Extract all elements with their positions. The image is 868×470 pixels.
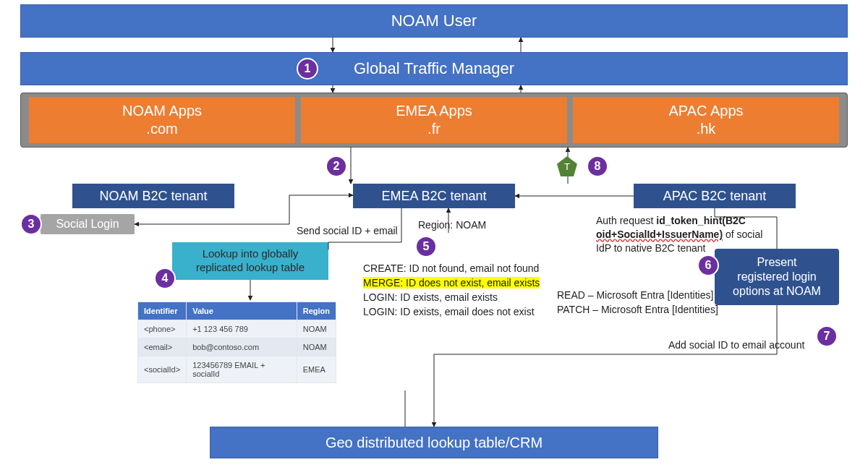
apac-b2c-tenant-box: APAC B2C tenant <box>634 184 796 208</box>
table-row: <phone> +1 123 456 789 NOAM <box>138 320 336 338</box>
lookup-replicated-table-box: Lookup into globally replicated lookup t… <box>172 242 328 280</box>
cell-email-region: NOAM <box>297 338 336 356</box>
emea-apps-line2: .fr <box>427 120 441 138</box>
label-merge-text: MERGE: ID does not exist, email exists <box>363 277 540 289</box>
present-line2: registered login <box>737 270 816 284</box>
emea-apps-line1: EMEA Apps <box>396 102 472 120</box>
badge-4: 4 <box>154 268 176 289</box>
apac-apps-line1: APAC Apps <box>668 102 743 120</box>
noam-apps-line2: .com <box>146 120 177 138</box>
noam-apps-line1: NOAM Apps <box>122 102 202 120</box>
label-region: Region: NOAM <box>418 218 486 232</box>
present-line3: options at NOAM <box>733 284 821 299</box>
label-login-1: LOGIN: ID exists, email exists <box>363 291 498 304</box>
label-create: CREATE: ID not found, email not found <box>363 262 539 275</box>
global-traffic-manager-box: Global Traffic Manager <box>20 52 848 85</box>
badge-2: 2 <box>326 155 347 177</box>
present-login-options-box: Present registered login options at NOAM <box>715 249 839 305</box>
auth-text-1a: Auth request <box>596 215 656 226</box>
noam-b2c-tenant-box: NOAM B2C tenant <box>72 184 234 208</box>
geo-distributed-lookup-box: Geo distributed lookup table/CRM <box>210 427 658 458</box>
cell-social-region: EMEA <box>297 356 336 383</box>
lookup-table: Identifier Value Region <phone> +1 123 4… <box>137 302 336 383</box>
cell-phone-id: <phone> <box>138 320 187 338</box>
lookup-th-identifier: Identifier <box>138 302 187 320</box>
lookup-line1: Lookup into globally <box>203 247 299 261</box>
label-auth-request: Auth request id_token_hint(B2C oid+Socia… <box>596 214 791 255</box>
pentagon-t: T <box>557 156 577 176</box>
present-line1: Present <box>757 255 796 270</box>
lookup-line2: replicated lookup table <box>196 261 305 275</box>
cell-phone-val: +1 123 456 789 <box>187 320 297 338</box>
lookup-th-region: Region <box>297 302 336 320</box>
label-login-2: LOGIN: ID exists, email does not exist <box>363 305 535 319</box>
label-send-social: Send social ID + email <box>297 224 398 238</box>
badge-6: 6 <box>697 255 719 276</box>
auth-text-2: oid+SocialId+IssuerName) <box>596 228 723 240</box>
auth-text-2tail: of social <box>723 228 762 240</box>
emea-apps-box: EMEA Apps .fr <box>301 97 567 143</box>
cell-email-id: <email> <box>138 338 187 356</box>
emea-b2c-tenant-box: EMEA B2C tenant <box>353 184 515 208</box>
cell-phone-region: NOAM <box>297 320 336 338</box>
table-row: <email> bob@contoso.com NOAM <box>138 338 336 356</box>
apac-apps-box: APAC Apps .hk <box>573 97 839 143</box>
noam-apps-box: NOAM Apps .com <box>29 97 295 143</box>
table-row: <socialId> 123456789 EMAIL + socialId EM… <box>138 356 336 383</box>
auth-text-3: IdP to native B2C tenant <box>596 242 706 254</box>
cell-social-id: <socialId> <box>138 356 187 383</box>
cell-social-val: 123456789 EMAIL + socialId <box>187 356 297 383</box>
label-patch: PATCH – Microsoft Entra [Identities] <box>557 303 718 317</box>
badge-5: 5 <box>415 236 437 257</box>
auth-text-1b: id_token_hint(B2C <box>656 215 746 226</box>
social-login-box: Social Login <box>41 214 135 234</box>
noam-user-box: NOAM User <box>20 4 848 38</box>
apac-apps-line2: .hk <box>697 120 716 138</box>
label-merge: MERGE: ID does not exist, email exists <box>363 276 540 290</box>
lookup-th-value: Value <box>187 302 297 320</box>
label-read: READ – Microsoft Entra [Identities] <box>557 289 713 302</box>
badge-1: 1 <box>297 58 318 80</box>
badge-8: 8 <box>587 155 608 177</box>
label-add-social: Add social ID to email account <box>668 338 804 352</box>
badge-3: 3 <box>20 213 42 235</box>
badge-7: 7 <box>816 325 838 347</box>
cell-email-val: bob@contoso.com <box>187 338 297 356</box>
